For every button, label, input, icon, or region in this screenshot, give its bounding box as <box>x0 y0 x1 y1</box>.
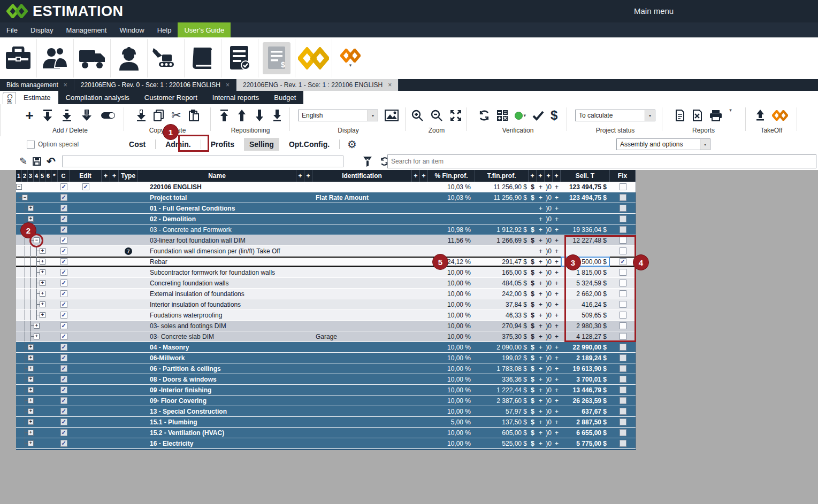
mini-cell[interactable]: + <box>537 374 545 384</box>
expand-expander[interactable]: + <box>34 323 40 329</box>
mini-cell[interactable]: + <box>537 385 545 395</box>
mini-cell[interactable]: + <box>553 396 561 406</box>
tab-estimate[interactable]: Estimate <box>16 91 58 104</box>
mini-cell[interactable]: + <box>553 331 561 342</box>
mini-cell[interactable]: $ <box>529 192 537 203</box>
logo-orange-icon[interactable]: ▾ <box>332 39 369 77</box>
column-header[interactable]: + <box>296 170 304 182</box>
mini-cell[interactable]: + <box>537 235 545 245</box>
catalog-book-icon[interactable] <box>185 39 221 77</box>
c-checkbox[interactable]: ✓ <box>60 408 67 415</box>
mini-cell[interactable]: $ <box>529 417 537 427</box>
mini-cell[interactable]: + <box>553 182 561 192</box>
mini-cell[interactable]: $ <box>529 299 537 309</box>
zoom-fit-icon[interactable] <box>450 110 462 121</box>
expand-expander[interactable]: + <box>40 280 45 286</box>
table-row[interactable]: +✓7Foundation wall dimension per (lin/ft… <box>16 246 636 257</box>
mini-cell[interactable]: + <box>537 257 545 267</box>
fix-checkbox[interactable] <box>620 183 626 190</box>
table-row[interactable]: +✓03- Concrete slab DIMGarage10,00 %375,… <box>16 331 636 342</box>
fix-checkbox[interactable] <box>620 365 626 372</box>
mini-cell[interactable]: $ <box>529 224 537 235</box>
c-checkbox[interactable]: ✓ <box>60 269 67 276</box>
fix-checkbox[interactable] <box>620 215 626 222</box>
mini-cell[interactable]: + <box>553 353 561 363</box>
c-checkbox[interactable]: ✓ <box>60 280 67 286</box>
expand-expander[interactable]: + <box>28 205 34 211</box>
excavator-icon[interactable] <box>148 39 185 77</box>
mini-cell[interactable]: + <box>537 299 545 309</box>
table-row[interactable]: +✓13 - Special Construction10,00 %57,97 … <box>16 406 636 417</box>
mini-cell[interactable]: + <box>553 289 561 299</box>
expand-expander[interactable]: + <box>28 408 34 414</box>
mini-cell[interactable]: + <box>553 321 561 331</box>
mini-cell[interactable]: + <box>537 203 545 213</box>
fix-checkbox[interactable] <box>620 376 626 383</box>
table-row[interactable]: +✓External insulation of foundations10,0… <box>16 289 636 299</box>
fix-checkbox[interactable] <box>620 205 626 212</box>
toolbox-icon[interactable] <box>0 39 37 77</box>
mini-cell[interactable]: )0 <box>545 353 553 363</box>
mini-cell[interactable]: )0 <box>545 278 553 288</box>
expand-expander[interactable]: + <box>28 366 34 371</box>
menu-display[interactable]: Display <box>24 22 60 37</box>
mini-cell[interactable]: $ <box>529 278 537 288</box>
close-icon[interactable]: × <box>226 81 230 89</box>
table-row[interactable]: +✓Foudations waterproofing10,00 %46,33 $… <box>16 310 636 321</box>
expand-expander[interactable]: + <box>40 301 45 307</box>
expand-expander[interactable]: + <box>28 216 34 222</box>
mini-cell[interactable]: )0 <box>545 235 553 245</box>
c-checkbox[interactable]: ✓ <box>60 215 67 222</box>
fix-checkbox[interactable] <box>620 226 626 233</box>
dollar-icon[interactable]: $ <box>551 109 557 122</box>
mini-cell[interactable]: )0 <box>545 182 553 192</box>
column-header[interactable]: 3 <box>28 170 34 182</box>
assembly-options-dropdown[interactable]: Assembly and options▾ <box>616 138 710 150</box>
report-document-icon[interactable] <box>675 110 685 121</box>
column-header[interactable]: 2 <box>22 170 28 182</box>
tab-customer-report[interactable]: Customer Report <box>137 91 205 104</box>
mini-cell[interactable]: + <box>537 396 545 406</box>
mini-cell[interactable]: $ <box>529 257 537 267</box>
table-row[interactable]: +✓08 - Doors & windows10,00 %336,36 $$+)… <box>16 374 636 385</box>
expand-expander[interactable]: + <box>40 259 45 265</box>
c-checkbox[interactable]: ✓ <box>60 386 67 393</box>
c-checkbox[interactable]: ✓ <box>60 376 67 383</box>
column-header[interactable]: % Fin.prof. <box>428 170 475 182</box>
table-row[interactable]: +✓09 -Interior finishing10,00 %1 222,44 … <box>16 385 636 396</box>
mini-cell[interactable]: + <box>537 224 545 235</box>
mini-cell[interactable]: )0 <box>545 428 553 438</box>
mini-cell[interactable]: $ <box>529 321 537 331</box>
menu-file[interactable]: File <box>0 22 24 37</box>
c-checkbox[interactable]: ✓ <box>60 397 67 404</box>
mini-cell[interactable]: )0 <box>545 406 553 416</box>
logo-yellow-icon[interactable] <box>295 39 332 77</box>
mini-cell[interactable]: + <box>553 257 561 267</box>
mini-cell[interactable]: + <box>537 214 545 224</box>
mini-cell[interactable]: )0 <box>545 438 553 448</box>
tab-compilation-analysis[interactable]: Compilation analysis <box>58 91 137 104</box>
table-row[interactable]: +✓06-Millwork10,00 %199,02 $$+)0+2 189,2… <box>16 353 636 363</box>
mini-cell[interactable]: $ <box>529 310 537 320</box>
fix-checkbox[interactable] <box>620 344 626 351</box>
column-header[interactable]: + <box>110 170 119 182</box>
mini-cell[interactable]: )0 <box>545 310 553 320</box>
worker-icon[interactable] <box>111 39 148 77</box>
takeoff-upload-icon[interactable] <box>755 110 766 121</box>
fix-checkbox[interactable] <box>620 440 626 447</box>
expand-expander[interactable]: + <box>40 312 45 318</box>
c-checkbox[interactable]: ✓ <box>60 205 67 212</box>
table-row[interactable]: +✓02 - Demolition+)0+ <box>16 214 636 224</box>
mini-cell[interactable]: + <box>537 428 545 438</box>
collapse-expander[interactable]: − <box>16 184 22 190</box>
expand-expander[interactable]: + <box>28 398 34 404</box>
main-menu-label[interactable]: Main menu <box>634 6 674 15</box>
table-row[interactable]: −✓Project totalFlat Rate Amount10,03 %11… <box>16 192 636 203</box>
tab-internal-reports[interactable]: Internal reports <box>205 91 266 104</box>
column-header[interactable]: + <box>545 170 553 182</box>
table-row[interactable]: −✓✓220106 ENGLISH10,03 %11 256,90 $$+)0+… <box>16 182 636 192</box>
c-checkbox[interactable]: ✓ <box>60 322 67 329</box>
expand-expander[interactable]: + <box>34 334 40 339</box>
zoom-out-icon[interactable] <box>431 110 442 121</box>
selling-button[interactable]: Selling <box>244 138 279 151</box>
